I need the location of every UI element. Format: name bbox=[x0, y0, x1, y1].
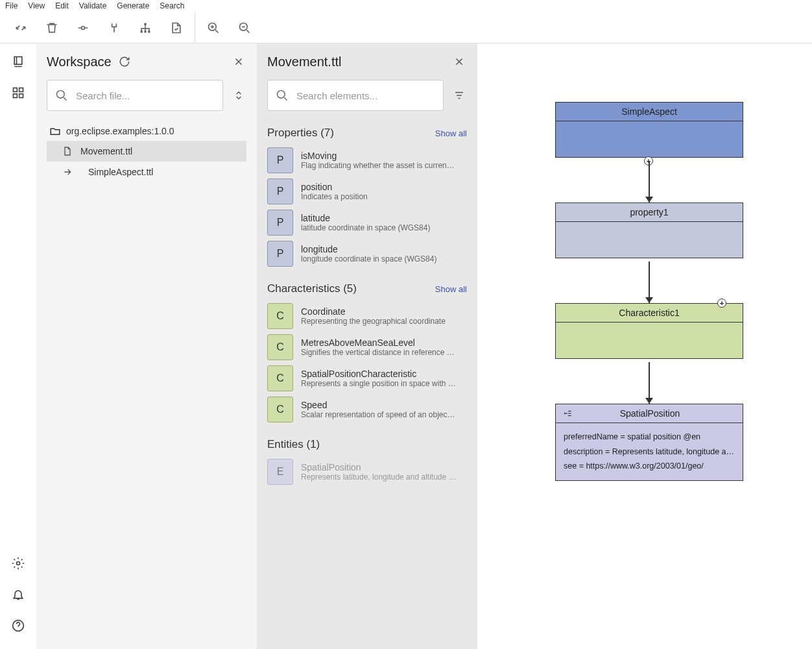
svg-point-0 bbox=[82, 26, 85, 29]
node-attr: preferredName = spatial position @en bbox=[564, 430, 735, 445]
property-desc: latitude coordinate in space (WGS84) bbox=[301, 223, 430, 232]
diagram-canvas[interactable]: SimpleAspect + property1 Characteristic1… bbox=[477, 43, 812, 649]
show-all-characteristics[interactable]: Show all bbox=[435, 284, 467, 294]
diagram-node-characteristic[interactable]: Characteristic1 bbox=[555, 303, 743, 359]
characteristic-desc: Signifies the vertical distance in refer… bbox=[301, 348, 457, 357]
entity-link-icon bbox=[564, 409, 573, 418]
characteristic-name: Coordinate bbox=[301, 306, 446, 317]
diagram-node-aspect[interactable]: SimpleAspect bbox=[555, 102, 743, 158]
menu-search[interactable]: Search bbox=[160, 1, 184, 10]
workspace-title: Workspace bbox=[47, 55, 112, 69]
add-connection-icon[interactable]: + bbox=[717, 299, 726, 308]
hierarchy-icon[interactable] bbox=[130, 12, 161, 43]
property-name: latitude bbox=[301, 213, 430, 223]
property-item[interactable]: P isMovingFlag indicating whether the as… bbox=[267, 147, 467, 173]
property-badge-icon: P bbox=[267, 147, 293, 173]
characteristic-item[interactable]: C SpatialPositionCharacteristicRepresent… bbox=[267, 365, 467, 391]
property-name: isMoving bbox=[301, 151, 457, 161]
property-badge-icon: P bbox=[267, 178, 293, 204]
characteristic-name: SpatialPositionCharacteristic bbox=[301, 369, 457, 379]
characteristic-item[interactable]: C CoordinateRepresenting the geographica… bbox=[267, 303, 467, 329]
files-icon[interactable] bbox=[10, 54, 26, 69]
characteristic-desc: Represents a single position in space wi… bbox=[301, 379, 457, 388]
refresh-icon[interactable] bbox=[117, 54, 132, 69]
tree-file-movement[interactable]: Movement.ttl bbox=[47, 141, 246, 162]
help-icon[interactable] bbox=[10, 618, 26, 633]
entity-desc: Represents latitude, longitude and altit… bbox=[301, 472, 457, 482]
search-icon bbox=[55, 89, 68, 102]
folder-icon bbox=[49, 125, 61, 137]
zoom-out-icon[interactable] bbox=[229, 12, 260, 43]
menu-bar: File View Edit Validate Generate Search bbox=[0, 0, 812, 12]
property-badge-icon: P bbox=[267, 210, 293, 236]
diagram-node-entity[interactable]: SpatialPosition preferredName = spatial … bbox=[555, 404, 743, 481]
menu-validate[interactable]: Validate bbox=[79, 1, 106, 10]
property-badge-icon: P bbox=[267, 241, 293, 267]
left-rail bbox=[0, 43, 36, 649]
property-desc: longitude coordinate in space (WGS84) bbox=[301, 254, 436, 263]
property-item[interactable]: P latitudelatitude coordinate in space (… bbox=[267, 210, 467, 236]
node-attr: see = https://www.w3.org/2003/01/geo/ bbox=[564, 459, 735, 474]
svg-rect-10 bbox=[14, 94, 18, 98]
arrow-head-icon bbox=[645, 197, 653, 202]
node-attr: description = Represents latitude, longi… bbox=[564, 445, 735, 459]
file-tree: org.eclipse.examples:1.0.0 Movement.ttl … bbox=[47, 121, 246, 182]
entity-item[interactable]: E SpatialPositionRepresents latitude, lo… bbox=[267, 459, 467, 485]
menu-edit[interactable]: Edit bbox=[55, 1, 69, 10]
show-all-properties[interactable]: Show all bbox=[435, 129, 467, 138]
collapse-icon[interactable] bbox=[5, 12, 36, 43]
elements-search[interactable] bbox=[267, 80, 444, 111]
tree-file-simpleaspect[interactable]: SimpleAspect.ttl bbox=[47, 162, 246, 182]
characteristic-desc: Representing the geographical coordinate bbox=[301, 317, 446, 326]
menu-generate[interactable]: Generate bbox=[117, 1, 149, 10]
elements-panel: Movement.ttl Properties (7) Show all bbox=[257, 43, 477, 649]
node-title: SimpleAspect bbox=[556, 103, 743, 121]
svg-rect-9 bbox=[19, 88, 23, 92]
grid-icon[interactable] bbox=[10, 85, 26, 101]
characteristic-item[interactable]: C SpeedScalar representation of speed of… bbox=[267, 397, 467, 422]
property-item[interactable]: P longitudelongitude coordinate in space… bbox=[267, 241, 467, 267]
svg-rect-7 bbox=[14, 57, 22, 65]
svg-rect-11 bbox=[19, 94, 23, 98]
settings-icon[interactable] bbox=[10, 556, 26, 571]
characteristic-item[interactable]: C MetresAboveMeanSeaLevelSignifies the v… bbox=[267, 334, 467, 360]
arrow-head-icon bbox=[645, 297, 653, 303]
filter-icon[interactable] bbox=[451, 88, 467, 103]
svg-point-15 bbox=[278, 91, 285, 99]
arrow-head-icon bbox=[645, 398, 653, 404]
collapse-all-icon[interactable] bbox=[231, 88, 246, 103]
characteristic-badge-icon: C bbox=[267, 334, 293, 360]
arrow-icon bbox=[62, 167, 80, 177]
svg-point-14 bbox=[57, 91, 65, 99]
tree-folder[interactable]: org.eclipse.examples:1.0.0 bbox=[47, 121, 246, 141]
menu-view[interactable]: View bbox=[28, 1, 45, 10]
property-desc: Flag indicating whether the asset is cur… bbox=[301, 161, 457, 170]
zoom-in-icon[interactable] bbox=[198, 12, 229, 43]
elements-search-input[interactable] bbox=[296, 90, 435, 101]
svg-rect-8 bbox=[14, 88, 18, 92]
validate-icon[interactable] bbox=[161, 12, 192, 43]
property-item[interactable]: P positionIndicates a position bbox=[267, 178, 467, 204]
characteristic-badge-icon: C bbox=[267, 303, 293, 329]
characteristic-name: MetresAboveMeanSeaLevel bbox=[301, 337, 457, 348]
svg-rect-2 bbox=[141, 31, 143, 32]
folder-label: org.eclipse.examples:1.0.0 bbox=[66, 126, 174, 136]
file-label: SimpleAspect.ttl bbox=[88, 167, 153, 177]
workspace-search[interactable] bbox=[47, 80, 223, 111]
workspace-panel: Workspace bbox=[36, 43, 257, 649]
property-name: longitude bbox=[301, 244, 436, 254]
characteristic-desc: Scalar representation of speed of an obj… bbox=[301, 410, 457, 419]
notifications-icon[interactable] bbox=[10, 587, 26, 602]
connect-icon[interactable] bbox=[99, 12, 130, 43]
diagram-node-property[interactable]: property1 bbox=[555, 202, 743, 258]
close-workspace-icon[interactable] bbox=[231, 54, 246, 69]
close-elements-icon[interactable] bbox=[451, 54, 467, 69]
delete-icon[interactable] bbox=[36, 12, 67, 43]
characteristic-name: Speed bbox=[301, 400, 457, 410]
entities-heading: Entities (1) bbox=[267, 438, 320, 451]
commit-icon[interactable] bbox=[67, 12, 99, 43]
node-title: SpatialPosition bbox=[573, 408, 727, 419]
workspace-search-input[interactable] bbox=[76, 90, 215, 101]
characteristic-badge-icon: C bbox=[267, 365, 293, 391]
menu-file[interactable]: File bbox=[5, 1, 18, 10]
